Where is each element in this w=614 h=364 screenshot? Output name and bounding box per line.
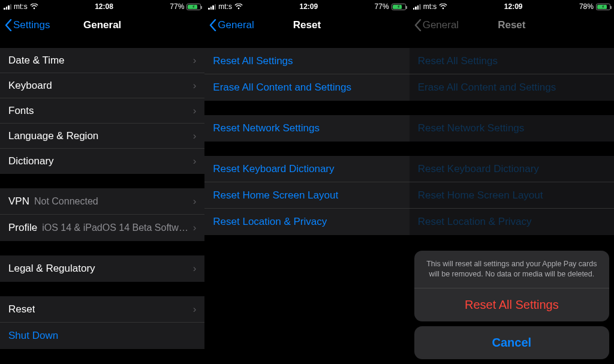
content: Reset All Settings Erase All Content and… (204, 38, 409, 364)
action-sheet-body: This will reset all settings and your Ap… (414, 251, 609, 321)
row-reset-network-settings[interactable]: Reset Network Settings (204, 115, 409, 142)
wifi-icon (439, 4, 447, 10)
row-reset-location-privacy[interactable]: Reset Location & Privacy (204, 209, 409, 235)
battery-pct-label: 78% (579, 2, 594, 11)
chevron-left-icon (414, 19, 422, 31)
row-keyboard[interactable]: Keyboard› (0, 73, 204, 98)
group: Reset Keyboard Dictionary Reset Home Scr… (204, 156, 409, 235)
page-title: Reset (293, 19, 321, 31)
chevron-right-icon: › (193, 130, 197, 142)
row-erase-all-content: Erase All Content and Settings (410, 74, 614, 101)
clock-label: 12:09 (299, 2, 318, 11)
chevron-right-icon: › (193, 105, 197, 117)
group: Reset All Settings Erase All Content and… (410, 48, 614, 101)
row-erase-all-content[interactable]: Erase All Content and Settings (204, 74, 409, 101)
wifi-icon (234, 4, 243, 10)
group: Reset› Shut Down (0, 296, 204, 349)
chevron-right-icon: › (193, 55, 197, 67)
nav-bar: Settings General (0, 12, 204, 38)
cancel-button[interactable]: Cancel (414, 326, 609, 359)
row-reset-all-settings[interactable]: Reset All Settings (204, 48, 409, 74)
back-button[interactable]: General (209, 19, 254, 31)
content: Date & Time› Keyboard› Fonts› Language &… (0, 38, 204, 364)
cellular-signal-icon (4, 4, 11, 10)
row-reset[interactable]: Reset› (0, 296, 204, 323)
row-reset-all-settings: Reset All Settings (410, 48, 614, 74)
chevron-left-icon (209, 19, 216, 31)
row-date-time[interactable]: Date & Time› (0, 48, 204, 73)
group: Reset All Settings Erase All Content and… (204, 48, 409, 101)
row-reset-keyboard-dictionary[interactable]: Reset Keyboard Dictionary (204, 156, 409, 182)
group: Reset Keyboard Dictionary Reset Home Scr… (410, 156, 614, 235)
row-legal-regulatory[interactable]: Legal & Regulatory› (0, 255, 204, 282)
status-bar: mt:s 12:09 77% ⚡︎ (204, 0, 409, 12)
nav-bar: General Reset (410, 12, 614, 38)
wifi-icon (30, 4, 38, 10)
action-sheet: This will reset all settings and your Ap… (414, 251, 609, 359)
back-button: General (414, 19, 459, 31)
row-vpn[interactable]: VPNNot Connected› (0, 188, 204, 215)
chevron-right-icon: › (193, 155, 197, 167)
clock-label: 12:09 (504, 2, 523, 11)
chevron-right-icon: › (193, 303, 197, 315)
action-sheet-message: This will reset all settings and your Ap… (414, 251, 609, 288)
carrier-label: mt:s (14, 2, 28, 11)
status-bar: mt:s 12:09 78% ⚡︎ (410, 0, 614, 12)
chevron-right-icon: › (193, 263, 197, 275)
row-value: Not Connected (34, 196, 189, 207)
carrier-label: mt:s (218, 2, 232, 11)
group: Date & Time› Keyboard› Fonts› Language &… (0, 48, 204, 174)
row-fonts[interactable]: Fonts› (0, 98, 204, 124)
screen-general: mt:s 12:08 77% ⚡︎ Settings General Date … (0, 0, 204, 364)
group: Reset Network Settings (204, 115, 409, 142)
back-label: General (218, 19, 254, 31)
status-bar: mt:s 12:08 77% ⚡︎ (0, 0, 204, 12)
chevron-left-icon (5, 19, 12, 31)
battery-icon: ⚡︎ (596, 4, 610, 10)
row-reset-location-privacy: Reset Location & Privacy (410, 209, 614, 235)
page-title: General (83, 19, 121, 31)
row-shut-down[interactable]: Shut Down (0, 323, 204, 349)
row-reset-home-screen-layout[interactable]: Reset Home Screen Layout (204, 182, 409, 209)
battery-pct-label: 77% (170, 2, 184, 11)
chevron-right-icon: › (193, 222, 197, 234)
battery-pct-label: 77% (375, 2, 389, 11)
back-label: General (423, 19, 459, 31)
row-dictionary[interactable]: Dictionary› (0, 149, 204, 174)
back-button[interactable]: Settings (5, 19, 50, 31)
nav-bar: General Reset (204, 12, 409, 38)
group: Reset Network Settings (410, 115, 614, 142)
back-label: Settings (13, 19, 50, 31)
row-value: iOS 14 & iPadOS 14 Beta Softwar… (42, 222, 189, 233)
row-reset-keyboard-dictionary: Reset Keyboard Dictionary (410, 156, 614, 182)
cellular-signal-icon (413, 4, 421, 10)
page-title: Reset (498, 19, 525, 31)
row-reset-home-screen-layout: Reset Home Screen Layout (410, 182, 614, 209)
battery-icon: ⚡︎ (186, 4, 201, 10)
chevron-right-icon: › (193, 80, 197, 92)
carrier-label: mt:s (423, 2, 437, 11)
screen-reset: mt:s 12:09 77% ⚡︎ General Reset Reset Al… (204, 0, 409, 364)
row-reset-network-settings: Reset Network Settings (410, 115, 614, 142)
clock-label: 12:08 (95, 2, 113, 11)
group: Legal & Regulatory› (0, 255, 204, 282)
chevron-right-icon: › (193, 195, 197, 207)
screen-reset-confirm: mt:s 12:09 78% ⚡︎ General Reset Reset Al… (410, 0, 614, 364)
battery-icon: ⚡︎ (392, 4, 406, 10)
row-language-region[interactable]: Language & Region› (0, 124, 204, 149)
reset-all-settings-button[interactable]: Reset All Settings (414, 288, 609, 321)
group: VPNNot Connected› ProfileiOS 14 & iPadOS… (0, 188, 204, 241)
cellular-signal-icon (208, 4, 216, 10)
row-profile[interactable]: ProfileiOS 14 & iPadOS 14 Beta Softwar…› (0, 215, 204, 241)
